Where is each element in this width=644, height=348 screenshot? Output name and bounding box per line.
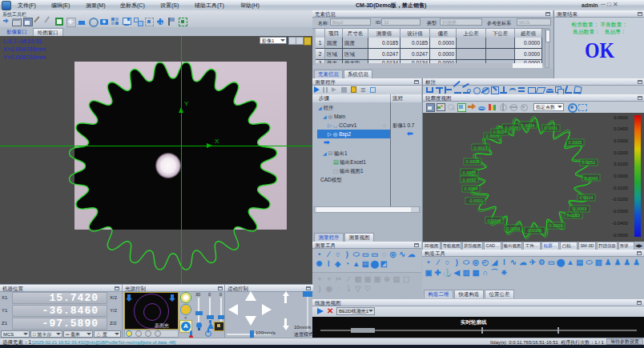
svg-text:0.0009: 0.0009 (507, 226, 521, 231)
svg-text:0.0008: 0.0008 (466, 159, 480, 164)
svg-text:0.0009: 0.0009 (549, 223, 563, 228)
svg-text:0.0400: 0.0400 (614, 126, 628, 131)
svg-text:-0.0006: -0.0006 (527, 228, 542, 233)
svg-text:0.0063: 0.0063 (567, 213, 581, 218)
svg-text:0.0035: 0.0035 (463, 170, 477, 175)
svg-text:-0.0001: -0.0001 (469, 198, 484, 203)
svg-text:0.0005: 0.0005 (569, 140, 582, 145)
svg-text:0.0000: 0.0000 (614, 174, 628, 178)
svg-text:0.0013: 0.0013 (474, 146, 488, 150)
svg-text:0.0043: 0.0043 (585, 176, 598, 181)
svg-text:Y: Y (184, 100, 189, 107)
svg-text:0.0052: 0.0052 (582, 160, 596, 165)
svg-text:0.0200: 0.0200 (614, 150, 628, 155)
svg-text:0.0016: 0.0016 (488, 218, 501, 223)
svg-text:0.0014: 0.0014 (580, 195, 594, 200)
svg-text:-0.0200: -0.0200 (612, 197, 628, 202)
svg-text:0.0050: 0.0050 (463, 178, 477, 182)
svg-text:-0.0100: -0.0100 (612, 186, 628, 190)
svg-text:0.0100: 0.0100 (614, 162, 628, 166)
svg-text:0.0004: 0.0004 (521, 123, 535, 128)
svg-text:0.0054: 0.0054 (465, 186, 478, 191)
svg-text:0.0026: 0.0026 (505, 126, 519, 130)
svg-text:-0.0500: -0.0500 (612, 233, 628, 238)
svg-text:X: X (215, 138, 219, 145)
svg-text:0.0500: 0.0500 (614, 115, 628, 120)
svg-text:-0.0300: -0.0300 (612, 209, 628, 214)
svg-text:0.0001: 0.0001 (545, 126, 558, 130)
svg-text:-0.0400: -0.0400 (612, 221, 628, 226)
svg-text:-0.0063: -0.0063 (572, 206, 587, 211)
svg-text:0.0300: 0.0300 (614, 138, 628, 143)
